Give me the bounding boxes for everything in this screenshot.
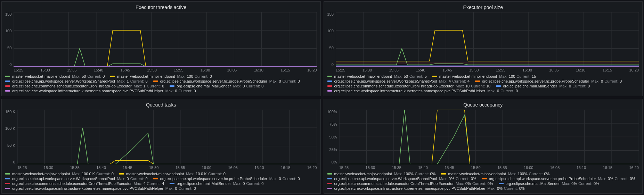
legend-current-label: Current:: [578, 181, 592, 186]
legend-max-label: Max:: [177, 74, 186, 78]
x-tick: 15:25: [339, 166, 349, 170]
legend-swatch: [5, 178, 10, 179]
legend-item[interactable]: org.eclipse.che.commons.schedule.executo…: [327, 84, 491, 88]
legend-current-value: 0: [145, 79, 147, 83]
legend-current-value: 4: [162, 181, 164, 186]
legend-swatch: [499, 183, 504, 184]
legend-item[interactable]: org.eclipse.che.api.workspace.server.hc.…: [482, 177, 636, 181]
legend-item[interactable]: org.eclipse.che.mail.MailSenderMax:0%Cur…: [499, 181, 599, 186]
legend-max-value: 100%: [518, 172, 528, 176]
legend-stats: Max:1Current:0: [117, 79, 148, 83]
legend-current-value: 0: [162, 84, 164, 88]
legend-swatch: [432, 76, 437, 77]
plot-area[interactable]: 15:2515:3015:3515:4015:4515:5015:5516:00…: [336, 12, 639, 72]
chart-panel[interactable]: Executor pool size15010050015:2515:3015:…: [324, 1, 643, 96]
legend-max-label: Max:: [233, 181, 241, 186]
chart-panel[interactable]: Executor threads active15010050015:2515:…: [1, 1, 321, 96]
legend-current-label: Current:: [604, 79, 618, 83]
legend-max-value: 100: [187, 74, 193, 78]
x-tick: 16:10: [577, 166, 586, 170]
legend-current-label: Current:: [208, 172, 222, 176]
legend-swatch: [5, 183, 10, 184]
x-tick: 16:05: [549, 68, 559, 72]
legend-current-value: 5: [425, 74, 427, 78]
legend-item[interactable]: org.eclipse.che.workspace.infrastructure…: [5, 186, 196, 190]
legend-max-value: 50: [82, 74, 86, 78]
legend-series-name: master-websocket-minor-endpoint: [448, 172, 506, 176]
y-tick: 150 K: [5, 110, 15, 114]
legend-current-value: 0: [261, 181, 263, 186]
legend-item[interactable]: org.eclipse.che.workspace.infrastructure…: [327, 186, 525, 190]
legend-item[interactable]: org.eclipse.che.mail.MailSenderMax:0Curr…: [496, 84, 590, 88]
legend-current-label: Current:: [283, 177, 296, 181]
plot-area[interactable]: 15:2515:3015:3515:4015:4515:5015:5516:00…: [339, 110, 639, 170]
legend-item[interactable]: org.eclipse.che.mail.MailSenderMax:0Curr…: [170, 84, 263, 88]
legend-item[interactable]: org.eclipse.che.api.workspace.server.Wor…: [5, 177, 148, 181]
legend-item[interactable]: org.eclipse.che.api.workspace.server.hc.…: [153, 79, 300, 83]
legend-max-label: Max:: [508, 172, 516, 176]
legend-max-label: Max:: [456, 181, 464, 186]
legend-item[interactable]: org.eclipse.che.commons.schedule.executo…: [327, 181, 493, 186]
legend-stats: Max:50Current:0: [72, 74, 105, 78]
legend-max-label: Max:: [439, 177, 447, 181]
x-tick: 16:15: [603, 68, 612, 72]
legend-item[interactable]: org.eclipse.che.workspace.infrastructure…: [327, 89, 518, 93]
legend-series-name: master-websocket-major-endpoint: [334, 74, 392, 78]
legend-stats: Max:0Current:0: [487, 89, 518, 93]
legend-stats: Max:0%Current:0%: [456, 181, 493, 186]
series-line: [17, 160, 317, 164]
y-tick: 150: [327, 12, 334, 16]
x-tick: 15:50: [469, 68, 479, 72]
chart-svg: [336, 12, 639, 67]
plot-area[interactable]: 15:2515:3015:3515:4015:4515:5015:5516:00…: [14, 12, 317, 72]
legend-item[interactable]: master-websocket-major-endpointMax:100%C…: [327, 172, 436, 176]
legend-item[interactable]: org.eclipse.che.commons.schedule.executo…: [5, 84, 164, 88]
legend-item[interactable]: master-websocket-minor-endpointMax:100Cu…: [432, 74, 536, 78]
chart-area: 100%75%50%25%0%15:2515:3015:3515:4015:45…: [327, 110, 639, 170]
legend-item[interactable]: master-websocket-minor-endpointMax:10.0 …: [119, 172, 226, 176]
legend-max-value: 4: [143, 181, 145, 186]
legend-max-label: Max:: [394, 74, 402, 78]
legend-stats: Max:0Current:0: [165, 89, 196, 93]
chart-svg: [339, 110, 639, 164]
legend-swatch: [5, 173, 10, 175]
legend-item[interactable]: org.eclipse.che.mail.MailSenderMax:0Curr…: [170, 181, 263, 186]
legend-item[interactable]: master-websocket-major-endpointMax:100.0…: [5, 172, 114, 176]
legend-max-label: Max:: [269, 79, 278, 83]
legend-current-label: Current:: [246, 181, 260, 186]
x-tick: 16:20: [307, 166, 317, 170]
x-tick: 15:35: [389, 68, 399, 72]
legend-item[interactable]: master-websocket-minor-endpointMax:100Cu…: [110, 74, 212, 78]
legend-item[interactable]: master-websocket-major-endpointMax:50Cur…: [5, 74, 105, 78]
legend-swatch: [153, 80, 158, 82]
legend-item[interactable]: master-websocket-major-endpointMax:50Cur…: [327, 74, 427, 78]
legend-swatch: [5, 188, 10, 189]
legend-max-value: 0: [279, 177, 281, 181]
chart-panel[interactable]: Queued tasks150 K100 K50 K015:2515:3015:…: [1, 99, 321, 194]
legend-swatch: [119, 173, 124, 175]
legend-item[interactable]: org.eclipse.che.api.workspace.server.hc.…: [475, 79, 622, 83]
y-tick: 50%: [329, 135, 337, 139]
legend-max-value: 10: [465, 84, 470, 88]
legend-max-label: Max:: [117, 177, 125, 181]
chart-panel[interactable]: Queue occupancy100%75%50%25%0%15:2515:30…: [324, 99, 643, 194]
legend-series-name: org.eclipse.che.api.workspace.server.Wor…: [12, 177, 115, 181]
legend-item[interactable]: org.eclipse.che.commons.schedule.executo…: [5, 181, 164, 186]
legend-item[interactable]: org.eclipse.che.workspace.infrastructure…: [5, 89, 196, 93]
x-tick: 15:30: [44, 166, 54, 170]
legend-current-value: 0: [145, 177, 147, 181]
legend-max-value: 4: [449, 79, 451, 83]
plot-area[interactable]: 15:2515:3015:3515:4015:4515:5015:5516:00…: [17, 110, 317, 170]
legend-item[interactable]: org.eclipse.che.api.workspace.server.hc.…: [153, 177, 300, 181]
legend-swatch: [327, 183, 332, 184]
legend-item[interactable]: org.eclipse.che.api.workspace.server.Wor…: [327, 79, 470, 83]
legend-item[interactable]: master-websocket-minor-endpointMax:100%C…: [441, 172, 549, 176]
legend-stats: Max:0%Current:0%: [598, 177, 635, 181]
legend-max-value: 0: [497, 89, 499, 93]
y-tick: 75%: [329, 122, 337, 126]
legend-item[interactable]: org.eclipse.che.api.workspace.server.Wor…: [5, 79, 148, 83]
legend-item[interactable]: org.eclipse.che.api.workspace.server.Wor…: [327, 177, 476, 181]
legend-swatch: [441, 173, 446, 175]
x-tick: 15:30: [366, 166, 375, 170]
legend-current-label: Current:: [147, 181, 161, 186]
